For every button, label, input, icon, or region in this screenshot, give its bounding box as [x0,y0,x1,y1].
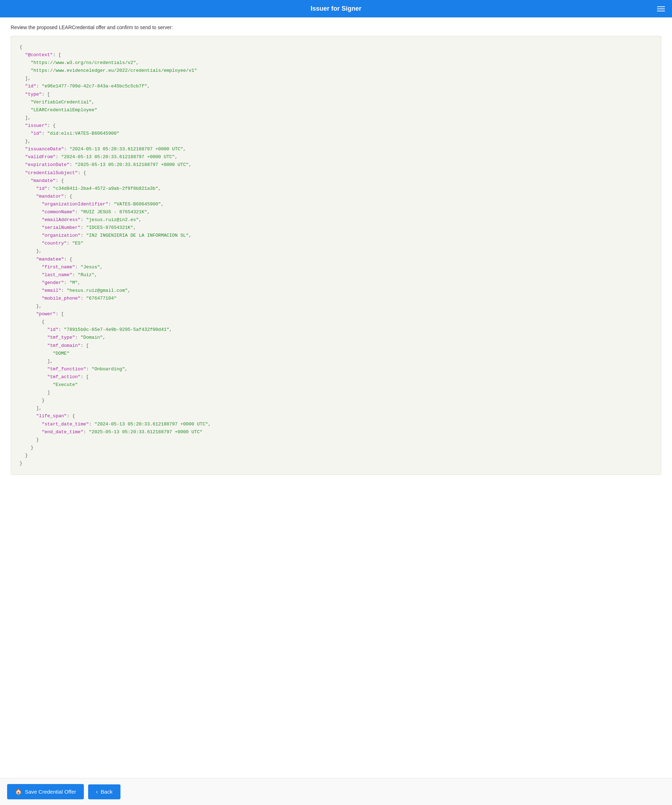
main-content: Review the proposed LEARCredential offer… [0,17,672,778]
back-button[interactable]: ‹ Back [88,784,120,799]
hamburger-bar-1 [657,7,665,7]
json-viewer: { "@context": [ "https://www.w3.org/ns/c… [11,36,661,475]
save-credential-offer-button[interactable]: 🏠 Save Credential Offer [7,784,84,799]
app-header: Issuer for Signer [0,0,672,17]
save-credential-offer-label: Save Credential Offer [25,789,76,795]
footer: 🏠 Save Credential Offer ‹ Back [0,778,672,805]
chevron-left-icon: ‹ [96,789,98,795]
hamburger-bar-2 [657,8,665,9]
back-label: Back [100,789,112,795]
home-icon: 🏠 [15,788,22,795]
instruction-text: Review the proposed LEARCredential offer… [11,25,661,30]
hamburger-menu-button[interactable] [657,7,665,12]
hamburger-bar-3 [657,11,665,12]
header-title: Issuer for Signer [311,5,361,12]
